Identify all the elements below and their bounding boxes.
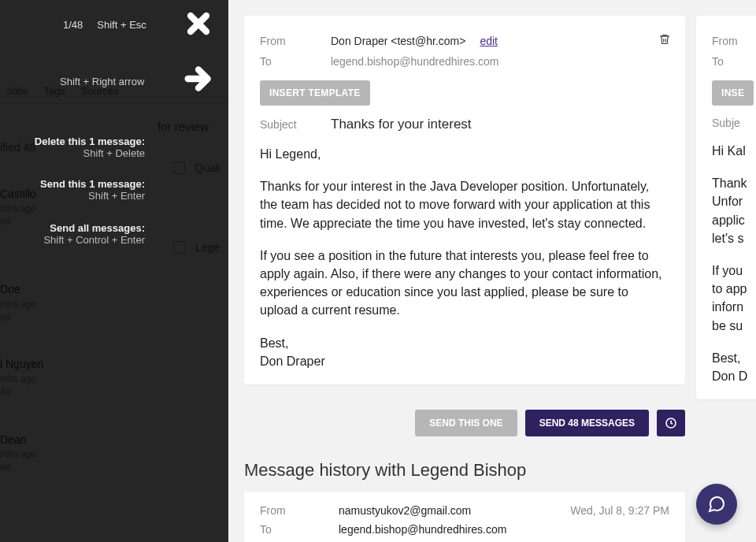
next-hint: Shift + Right arrow — [60, 76, 144, 87]
history-from-value: namustyukov2@gmail.com — [339, 504, 570, 517]
subject-label: Subject — [260, 118, 331, 131]
shortcut-send-title: Send this 1 message: — [40, 178, 145, 190]
help-chat-icon[interactable] — [696, 484, 737, 525]
shortcut-send-keys: Shift + Enter — [40, 190, 145, 202]
history-to-value: legend.bishop@hundredhires.com — [339, 523, 669, 536]
arrow-right-icon[interactable] — [183, 63, 214, 95]
history-card: From namustyukov2@gmail.com Wed, Jul 8, … — [244, 492, 685, 542]
close-hint: Shift + Esc — [97, 19, 146, 31]
from-value: Don Draper <test@hr.com> — [331, 35, 465, 47]
shortcut-delete-keys: Shift + Delete — [35, 147, 145, 159]
close-icon[interactable] — [183, 8, 214, 39]
to-label: To — [260, 55, 331, 68]
shortcut-sendall-keys: Shift + Control + Enter — [43, 234, 145, 246]
send-all-button[interactable]: SEND 48 MESSAGES — [525, 410, 649, 436]
shortcut-delete-title: Delete this 1 message: — [35, 136, 145, 147]
shortcut-sendall-title: Send all messages: — [43, 222, 145, 234]
compose-card-next: From To INSE Subje Hi Kal ThankUnforappl… — [696, 16, 756, 399]
insert-template-button[interactable]: INSE — [712, 80, 754, 106]
shortcut-overlay: 1/48 Shift + Esc Shift + Right arrow Del… — [0, 0, 228, 542]
trash-icon[interactable] — [658, 33, 671, 49]
compose-card: From Don Draper <test@hr.com> edit To le… — [244, 16, 685, 384]
insert-template-button[interactable]: INSERT TEMPLATE — [260, 80, 370, 106]
from-label: From — [260, 35, 331, 47]
history-timestamp: Wed, Jul 8, 9:27 PM — [570, 504, 669, 517]
history-from-label: From — [260, 504, 339, 517]
subject-value[interactable]: Thanks for your interest — [331, 117, 472, 132]
email-body[interactable]: Hi Legend, Thanks for your interest in t… — [260, 145, 669, 370]
to-value[interactable]: legend.bishop@hundredhires.com — [331, 55, 498, 68]
send-this-button[interactable]: SEND THIS ONE — [415, 410, 517, 436]
history-title: Message history with Legend Bishop — [244, 460, 685, 481]
schedule-icon[interactable] — [657, 410, 685, 436]
message-counter: 1/48 — [63, 19, 83, 31]
edit-from-link[interactable]: edit — [480, 35, 498, 47]
history-to-label: To — [260, 523, 339, 536]
